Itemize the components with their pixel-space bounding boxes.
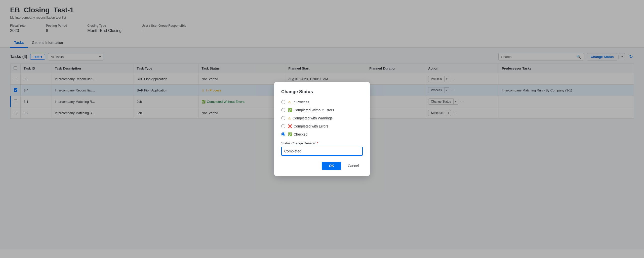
status-reason-section: Status Change Reason: * bbox=[281, 141, 363, 156]
radio-option-completed-with-warnings[interactable]: ⚠ Completed with Warnings bbox=[281, 116, 363, 120]
warning-icon-2: ⚠ bbox=[288, 116, 291, 120]
radio-completed-without-errors-label: ✅ Completed Without Errors bbox=[288, 108, 334, 112]
radio-completed-with-warnings-label: ⚠ Completed with Warnings bbox=[288, 116, 333, 120]
cancel-button[interactable]: Cancel bbox=[344, 162, 363, 170]
modal-title: Change Status bbox=[281, 89, 363, 94]
page-container: EB_Closing_Test-1 My intercompany reconc… bbox=[0, 0, 644, 258]
radio-checked[interactable] bbox=[281, 132, 285, 136]
modal-overlay: Change Status ⚠ In Process ✅ Completed W… bbox=[0, 0, 644, 258]
error-icon: ❌ bbox=[288, 124, 292, 128]
radio-option-in-process[interactable]: ⚠ In Process bbox=[281, 100, 363, 104]
radio-option-checked[interactable]: ✅ Checked bbox=[281, 132, 363, 136]
required-indicator: * bbox=[317, 141, 318, 145]
check-circle-icon: ✅ bbox=[288, 108, 292, 112]
radio-completed-without-errors[interactable] bbox=[281, 108, 285, 112]
radio-completed-with-errors[interactable] bbox=[281, 124, 285, 128]
radio-completed-with-errors-label: ❌ Completed with Errors bbox=[288, 124, 329, 128]
ok-button[interactable]: OK bbox=[322, 162, 341, 170]
radio-in-process[interactable] bbox=[281, 100, 285, 104]
radio-option-completed-without-errors[interactable]: ✅ Completed Without Errors bbox=[281, 108, 363, 112]
change-status-modal: Change Status ⚠ In Process ✅ Completed W… bbox=[274, 82, 370, 176]
check-circle-icon-2: ✅ bbox=[288, 132, 292, 136]
modal-footer: OK Cancel bbox=[281, 162, 363, 170]
warning-icon: ⚠ bbox=[288, 100, 291, 104]
radio-completed-with-warnings[interactable] bbox=[281, 116, 285, 120]
radio-checked-label: ✅ Checked bbox=[288, 132, 307, 136]
radio-in-process-label: ⚠ In Process bbox=[288, 100, 309, 104]
radio-option-completed-with-errors[interactable]: ❌ Completed with Errors bbox=[281, 124, 363, 128]
status-reason-input[interactable] bbox=[281, 147, 363, 156]
status-reason-label: Status Change Reason: * bbox=[281, 141, 363, 145]
